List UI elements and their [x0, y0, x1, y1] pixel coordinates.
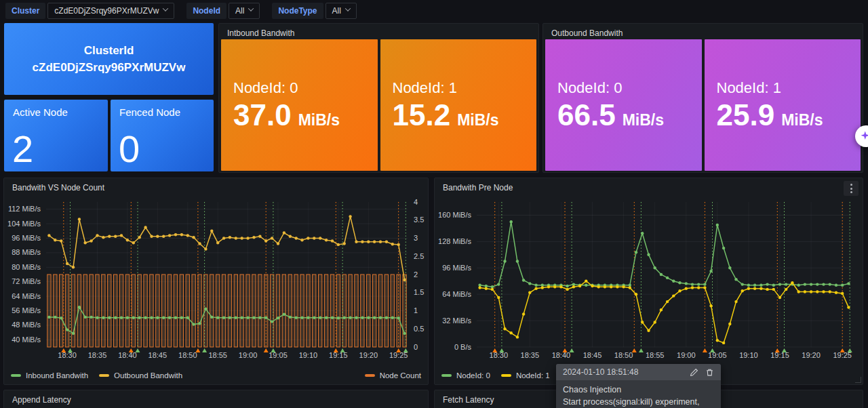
bandwidth-vs-nodecount-legend: Inbound BandwithOutbound BandwithNode Co… — [11, 371, 421, 380]
nodetype-variable-label: NodeType — [272, 3, 323, 19]
variable-cluster: Cluster cZdE0DjZSrqy96PXrMUZVw — [5, 3, 174, 19]
outbound-node1-unit: MiB/s — [781, 111, 823, 129]
inbound-node0-stat: NodeId: 0 37.0 MiB/s — [221, 39, 378, 171]
svg-text:96 MiB/s: 96 MiB/s — [12, 234, 41, 242]
clusterid-value: cZdE0DjZSrqy96PXrMUZVw — [33, 59, 186, 77]
svg-text:18:55: 18:55 — [646, 351, 665, 359]
legend-color-dash — [11, 374, 21, 377]
svg-text:0 B/s: 0 B/s — [454, 343, 472, 351]
chevron-down-icon — [248, 5, 254, 11]
panel-menu-kebab-icon[interactable] — [844, 181, 859, 196]
svg-text:104 MiB/s: 104 MiB/s — [7, 220, 41, 228]
svg-text:19:00: 19:00 — [239, 351, 258, 359]
outbound-node1-label: NodeId: 1 — [717, 78, 861, 98]
svg-text:64 MiB/s: 64 MiB/s — [442, 290, 471, 298]
outbound-panel-title[interactable]: Outbound Bandwith — [543, 24, 863, 38]
variables-bar: Cluster cZdE0DjZSrqy96PXrMUZVw NodeId Al… — [0, 0, 868, 21]
cluster-variable-select[interactable]: cZdE0DjZSrqy96PXrMUZVw — [47, 3, 174, 19]
svg-text:1: 1 — [414, 306, 418, 314]
legend-item[interactable]: NodeId: 0 — [441, 371, 490, 380]
legend-item[interactable]: NodeId: 1 — [501, 371, 550, 380]
legend-color-dash — [501, 374, 511, 377]
legend-item[interactable]: Inbound Bandwith — [11, 371, 88, 380]
svg-text:0.5: 0.5 — [414, 325, 424, 333]
outbound-node0-stat: NodeId: 0 66.5 MiB/s — [545, 39, 702, 171]
annotation-time: 2024-01-10 18:51:48 — [563, 367, 638, 377]
svg-text:64 MiB/s: 64 MiB/s — [12, 292, 41, 300]
svg-text:18:30: 18:30 — [490, 351, 509, 359]
clusterid-stat-panel: ClusterId cZdE0DjZSrqy96PXrMUZVw — [4, 23, 214, 95]
inbound-panel-title[interactable]: Intbound Bandwith — [219, 24, 538, 38]
inbound-node1-label: NodeId: 1 — [393, 78, 537, 98]
svg-text:0: 0 — [414, 343, 418, 351]
variable-nodetype: NodeType All — [272, 3, 356, 19]
fenced-node-label: Fenced Node — [119, 106, 180, 118]
svg-text:18:55: 18:55 — [208, 351, 227, 359]
svg-text:18:40: 18:40 — [118, 351, 137, 359]
append-latency-panel: Append Latency — [3, 390, 429, 408]
inbound-node0-label: NodeId: 0 — [233, 78, 378, 98]
svg-text:18:35: 18:35 — [88, 351, 107, 359]
inbound-node1-unit: MiB/s — [457, 111, 498, 129]
svg-text:4: 4 — [414, 198, 418, 206]
svg-text:18:50: 18:50 — [614, 351, 633, 359]
svg-text:18:45: 18:45 — [583, 351, 602, 359]
sparkle-icon — [859, 129, 868, 143]
clusterid-title: ClusterId — [84, 42, 134, 60]
fenced-node-value: 0 — [119, 128, 140, 170]
outbound-bandwidth-panel: Outbound Bandwith NodeId: 0 66.5 MiB/s N… — [542, 23, 863, 173]
panel-resize-handle[interactable] — [855, 377, 861, 383]
svg-text:160 MiB/s: 160 MiB/s — [438, 211, 471, 219]
outbound-node0-value: 66.5 — [557, 98, 616, 133]
annotation-tooltip-header: 2024-01-10 18:51:48 — [556, 364, 721, 380]
svg-text:19:10: 19:10 — [739, 351, 758, 359]
legend-color-dash — [441, 374, 452, 377]
svg-text:72 MiB/s: 72 MiB/s — [12, 277, 41, 285]
inbound-node1-value: 15.2 — [393, 98, 451, 133]
svg-text:18:45: 18:45 — [149, 351, 167, 359]
dashboard-page: Cluster cZdE0DjZSrqy96PXrMUZVw NodeId Al… — [0, 0, 868, 408]
svg-text:18:40: 18:40 — [552, 351, 571, 359]
edit-annotation-pencil-icon[interactable] — [690, 368, 698, 377]
outbound-node1-stat: NodeId: 1 25.9 MiB/s — [705, 39, 861, 171]
svg-text:3: 3 — [414, 234, 418, 242]
active-node-value: 2 — [12, 128, 33, 170]
outbound-node0-unit: MiB/s — [623, 111, 664, 129]
svg-text:19:20: 19:20 — [359, 351, 378, 359]
svg-text:80 MiB/s: 80 MiB/s — [12, 263, 41, 271]
svg-text:40 MiB/s: 40 MiB/s — [12, 335, 41, 344]
active-node-label: Active Node — [13, 106, 68, 118]
svg-text:2: 2 — [414, 270, 418, 279]
svg-text:19:20: 19:20 — [802, 351, 821, 359]
svg-text:19:00: 19:00 — [677, 351, 696, 359]
legend-color-dash — [99, 374, 109, 377]
delete-annotation-trash-icon[interactable] — [705, 368, 714, 377]
legend-item[interactable]: Node Count — [365, 371, 421, 380]
legend-item[interactable]: Outbound Bandwith — [99, 371, 182, 380]
outbound-node1-value: 25.9 — [717, 98, 775, 133]
bandwidth-per-node-title[interactable]: Bandwith Pre Node — [435, 178, 863, 192]
inbound-stat-row: NodeId: 0 37.0 MiB/s NodeId: 1 15.2 MiB/… — [221, 39, 536, 171]
annotation-text: Start process(signal:kill) experiment, n… — [563, 397, 714, 408]
svg-text:48 MiB/s: 48 MiB/s — [12, 321, 41, 329]
svg-text:128 MiB/s: 128 MiB/s — [438, 237, 471, 245]
nodetype-variable-select[interactable]: All — [326, 3, 357, 19]
svg-text:56 MiB/s: 56 MiB/s — [12, 306, 41, 314]
bandwidth-vs-nodecount-title[interactable]: Bandwith VS Node Count — [4, 178, 428, 192]
active-node-stat-panel: Active Node 2 — [4, 100, 108, 171]
svg-text:1.5: 1.5 — [414, 288, 424, 296]
bandwidth-per-node-chart[interactable]: 0 B/s32 MiB/s64 MiB/s96 MiB/s128 MiB/s16… — [435, 195, 863, 367]
append-latency-title[interactable]: Append Latency — [4, 390, 428, 405]
cluster-variable-label: Cluster — [5, 3, 45, 19]
svg-text:19:10: 19:10 — [299, 351, 318, 359]
svg-text:112 MiB/s: 112 MiB/s — [8, 205, 41, 213]
inbound-bandwidth-panel: Intbound Bandwith NodeId: 0 37.0 MiB/s N… — [218, 23, 539, 173]
chevron-down-icon — [163, 5, 168, 11]
svg-text:18:50: 18:50 — [178, 351, 197, 359]
chevron-down-icon — [345, 5, 351, 11]
svg-text:2.5: 2.5 — [414, 252, 424, 260]
inbound-node1-stat: NodeId: 1 15.2 MiB/s — [380, 39, 537, 171]
legend-color-dash — [365, 374, 375, 377]
bandwidth-vs-nodecount-chart[interactable]: 40 MiB/s48 MiB/s56 MiB/s64 MiB/s72 MiB/s… — [4, 195, 428, 367]
nodeid-variable-select[interactable]: All — [229, 3, 260, 19]
